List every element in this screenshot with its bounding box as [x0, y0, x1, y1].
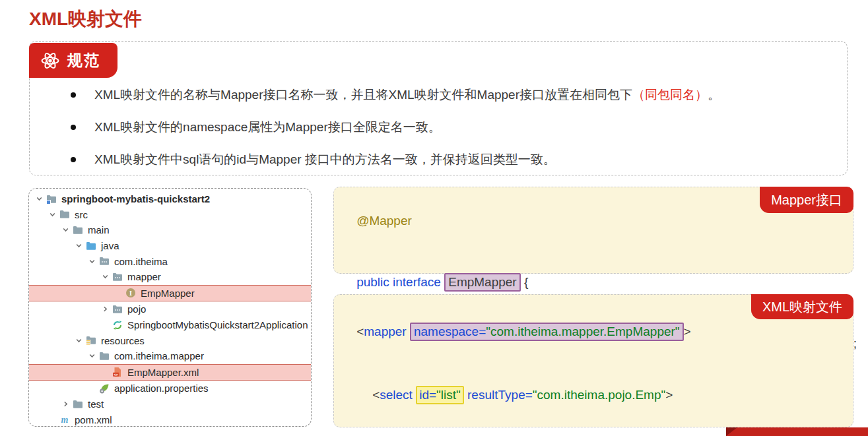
tree-item-label: com.itheima.mapper [114, 350, 204, 361]
tree-item-com-itheima-mapper[interactable]: com.itheima.mapper [29, 348, 311, 364]
rules-panel: 规范 XML映射文件的名称与Mapper接口名称一致，并且将XML映射文件和Ma… [29, 41, 848, 175]
tree-item-application-properties[interactable]: application.properties [29, 381, 311, 396]
chevron-down-icon[interactable] [102, 273, 112, 281]
bracket-token: < [372, 388, 380, 402]
bracket-token: < [356, 325, 364, 338]
folder-icon [59, 209, 71, 220]
code-line: <select id="list" resultType="com.itheim… [343, 363, 853, 427]
tree-item-label: resources [101, 335, 145, 346]
chevron-spacer [88, 385, 99, 392]
chevron-down-icon[interactable] [62, 226, 73, 234]
tree-item-src[interactable]: src [29, 207, 311, 223]
tree-item-label: pom.xml [75, 414, 112, 425]
properties-file-icon [99, 383, 110, 394]
brace-token: { [521, 275, 529, 289]
tree-item-mapper[interactable]: mapper [29, 269, 311, 285]
folder-icon [73, 225, 84, 235]
chevron-down-icon[interactable] [88, 257, 99, 265]
ribbon-fold [726, 427, 737, 436]
chevron-spacer [115, 289, 125, 297]
chevron-down-icon[interactable] [36, 195, 46, 203]
tree-item-empmapper[interactable]: IEmpMapper [29, 285, 311, 302]
attr-value-token: "com.itheima.pojo.Emp" [533, 388, 665, 402]
rule-text: XML映射文件的名称与Mapper接口名称一致，并且将XML映射文件和Mappe… [94, 86, 720, 104]
tree-item-resources[interactable]: resources [29, 332, 311, 348]
project-folder-icon [46, 194, 57, 204]
tree-item-label: com.itheima [114, 256, 168, 267]
interface-name-token: EmpMapper [448, 275, 517, 289]
rules-list: XML映射文件的名称与Mapper接口名称一致，并且将XML映射文件和Mappe… [52, 86, 834, 183]
tag-token: mapper [364, 325, 410, 338]
package-icon [99, 256, 110, 266]
bottom-ribbon [726, 427, 868, 436]
tree-item-label: EmpMapper.xml [127, 367, 199, 378]
rule-item: XML映射文件的namespace属性为Mapper接口全限定名一致。 [52, 119, 834, 136]
bracket-token: > [665, 388, 673, 402]
java-source-folder-icon [86, 241, 97, 251]
rule-text: XML映射文件中sql语句的id与Mapper 接口中的方法名一致，并保持返回类… [94, 151, 556, 168]
attr-token: namespace= [414, 325, 486, 338]
folder-icon [73, 399, 84, 410]
attr-value-token: "com.itheima.mapper.EmpMapper" [486, 325, 679, 338]
chevron-spacer [49, 416, 59, 423]
tree-item-label: EmpMapper [141, 288, 195, 299]
tree-item-pom-xml[interactable]: mpom.xml [29, 412, 311, 427]
xml-mapper-label: XML映射文件 [751, 294, 853, 319]
tree-item-label: SpringbootMybatisQuickstart2Application [127, 319, 308, 330]
attr-token: id= [419, 388, 436, 402]
tree-item-label: springboot-mybatis-quickstart2 [61, 193, 210, 204]
empmapper-highlight: EmpMapper [444, 273, 521, 292]
annotation-token: @Mapper [356, 214, 412, 228]
id-list-highlight: id="list" [416, 386, 464, 404]
svg-text:I: I [129, 290, 132, 297]
chevron-down-icon[interactable] [75, 242, 86, 250]
rule-item: XML映射文件中sql语句的id与Mapper 接口中的方法名一致，并保持返回类… [52, 151, 834, 168]
rules-badge: 规范 [29, 43, 117, 78]
chevron-spacer [102, 321, 112, 329]
bullet-dot-icon [71, 125, 76, 130]
tree-item-label: test [88, 398, 104, 410]
rules-badge-label: 规范 [67, 50, 100, 71]
attr-token: resultType= [467, 388, 533, 402]
tree-item-label: src [75, 209, 88, 220]
keyword-token: public interface [356, 275, 444, 289]
tree-item-springboot-mybatis-quickstart2[interactable]: springboot-mybatis-quickstart2 [29, 191, 311, 207]
tree-item-empmapper-xml[interactable]: <>EmpMapper.xml [29, 364, 311, 381]
tree-item-pojo[interactable]: pojo [29, 301, 311, 317]
tree-item-label: main [88, 224, 110, 235]
svg-text:<>: <> [114, 373, 118, 377]
svg-text:m: m [61, 415, 69, 425]
tree-item-main[interactable]: main [29, 222, 311, 238]
project-tree-panel: springboot-mybatis-quickstart2srcmainjav… [28, 188, 312, 427]
chevron-right-icon[interactable] [62, 400, 73, 408]
tree-item-test[interactable]: test [29, 396, 311, 412]
page-title: XML映射文件 [29, 7, 142, 32]
tree-item-label: mapper [127, 271, 161, 282]
tag-token: select [380, 388, 416, 402]
tree-item-java[interactable]: java [29, 238, 311, 254]
bullet-dot-icon [71, 92, 76, 98]
folder-icon [99, 351, 110, 361]
chevron-right-icon[interactable] [102, 305, 112, 313]
rule-text: XML映射文件的namespace属性为Mapper接口全限定名一致。 [94, 119, 441, 136]
tree-item-com-itheima[interactable]: com.itheima [29, 253, 311, 269]
atom-icon [40, 50, 61, 71]
xml-file-icon: <> [112, 367, 123, 377]
rule-item: XML映射文件的名称与Mapper接口名称一致，并且将XML映射文件和Mappe… [52, 86, 834, 104]
springboot-class-icon [112, 320, 123, 330]
package-icon [112, 272, 123, 282]
tree-item-label: java [101, 240, 119, 251]
chevron-down-icon[interactable] [88, 352, 99, 360]
maven-icon: m [59, 414, 71, 425]
tree-item-springbootmybatisquickstart2application[interactable]: SpringbootMybatisQuickstart2Application [29, 317, 311, 333]
tree-item-label: pojo [127, 303, 146, 315]
bracket-token: > [684, 325, 691, 338]
chevron-down-icon[interactable] [75, 336, 86, 344]
namespace-highlight: namespace="com.itheima.mapper.EmpMapper" [410, 323, 684, 341]
chevron-spacer [102, 368, 112, 376]
chevron-down-icon[interactable] [49, 210, 59, 218]
xml-mapper-code-box: XML映射文件 <mapper namespace="com.itheima.m… [333, 294, 853, 427]
resources-folder-icon [86, 335, 97, 346]
package-icon [112, 304, 123, 315]
rule-red-text: （同包同名） [632, 88, 708, 102]
